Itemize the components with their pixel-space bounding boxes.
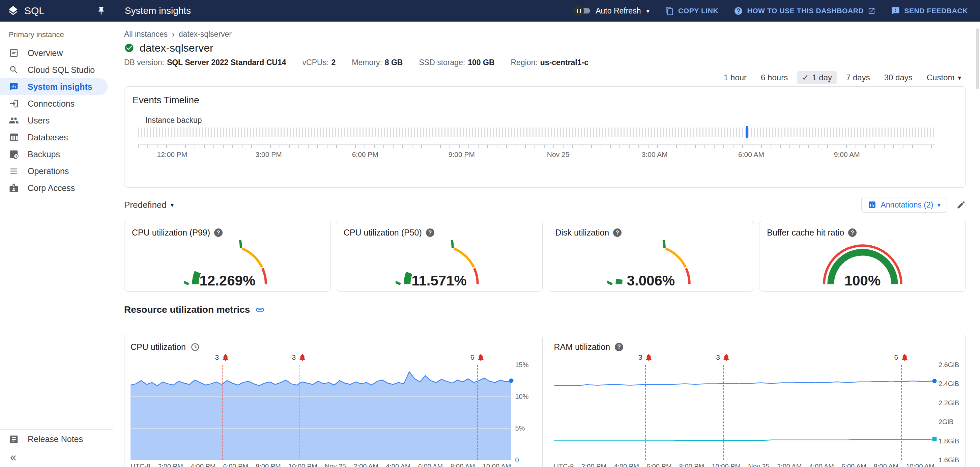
- bell-icon: [477, 353, 485, 362]
- axis-label: 3:00 AM: [642, 150, 668, 159]
- instance-meta-item: vCPUs:2: [302, 58, 336, 67]
- how-to-use-link[interactable]: HOW TO USE THIS DASHBOARD: [734, 6, 875, 16]
- gauge: 100%: [819, 240, 906, 290]
- auto-refresh-toggle[interactable]: [574, 8, 590, 13]
- databases-icon: [9, 132, 19, 142]
- gauge-grid: CPU utilization (P99)?12.269%CPU utiliza…: [124, 221, 966, 292]
- sidebar-item-overview[interactable]: Overview: [0, 45, 113, 61]
- sidebar: Primary instance OverviewCloud SQL Studi…: [0, 22, 113, 467]
- bell-icon: [900, 353, 908, 362]
- axis-label: Nov 25: [547, 150, 570, 159]
- alert-badge[interactable]: 3: [215, 353, 230, 362]
- chart-x-axis: UTC-82:00 PM4:00 PM6:00 PM8:00 PM10:00 P…: [130, 462, 511, 467]
- auto-refresh-control[interactable]: Auto Refresh ▾: [574, 6, 649, 16]
- overview-icon: [9, 48, 19, 58]
- alert-badge[interactable]: 3: [292, 353, 307, 362]
- x-axis-label: UTC-8: [130, 462, 150, 467]
- x-axis-label: 2:00 AM: [353, 462, 378, 467]
- sql-studio-icon: [9, 65, 19, 75]
- bell-icon: [722, 353, 730, 362]
- series-end-marker: [932, 379, 937, 383]
- sidebar-item-system-insights[interactable]: System insights: [0, 78, 108, 95]
- sidebar-item-connections[interactable]: Connections: [0, 95, 113, 112]
- gauge: 3.006%: [607, 240, 694, 290]
- sidebar-section-label: Primary instance: [0, 23, 113, 45]
- gauge-cpu-utilization-p99: CPU utilization (P99)?12.269%: [124, 221, 331, 292]
- backups-icon: [9, 149, 19, 159]
- bell-icon: [221, 353, 229, 362]
- time-range-7-days[interactable]: ✓7 days: [842, 71, 875, 84]
- time-range-30-days[interactable]: ✓30 days: [880, 71, 917, 84]
- sidebar-item-operations[interactable]: Operations: [0, 163, 113, 180]
- page-title: System insights: [113, 5, 191, 16]
- time-range-1-day[interactable]: ✓1 day: [797, 71, 837, 84]
- time-range-6-hours[interactable]: ✓6 hours: [756, 71, 792, 84]
- alert-badge[interactable]: 3: [638, 353, 653, 362]
- sidebar-item-users[interactable]: Users: [0, 112, 113, 129]
- pin-icon[interactable]: [97, 6, 106, 16]
- alert-badge[interactable]: 6: [894, 353, 908, 362]
- send-feedback-button[interactable]: SEND FEEDBACK: [891, 6, 968, 16]
- series-end-marker: [509, 379, 513, 383]
- sidebar-item-release-notes[interactable]: Release Notes: [0, 429, 113, 449]
- sidebar-item-corp-access[interactable]: Corp Access: [0, 180, 113, 196]
- help-icon[interactable]: ?: [615, 343, 623, 351]
- sidebar-item-databases[interactable]: Databases: [0, 129, 113, 146]
- release-notes-icon: [9, 434, 19, 445]
- time-range-custom[interactable]: Custom ▾: [922, 71, 966, 84]
- chevron-down-icon: ▾: [171, 202, 174, 208]
- sidebar-nav: OverviewCloud SQL StudioSystem insightsC…: [0, 45, 113, 196]
- events-axis-labels: 12:00 PM3:00 PM6:00 PM9:00 PMNov 253:00 …: [132, 150, 958, 159]
- chart-plot: 15%10%5%0: [130, 365, 511, 460]
- help-icon[interactable]: ?: [214, 228, 223, 237]
- sidebar-item-cloud-sql-studio[interactable]: Cloud SQL Studio: [0, 61, 113, 78]
- alert-marker-line: [477, 365, 478, 460]
- feedback-icon: [891, 6, 900, 16]
- y-axis-label: 2GiB: [939, 418, 953, 426]
- x-axis-label: 8:00 PM: [679, 462, 704, 467]
- check-icon: ✓: [802, 73, 809, 82]
- system-insights-icon: [9, 82, 19, 92]
- x-axis-label: 10:00 PM: [712, 462, 741, 467]
- help-icon[interactable]: ?: [613, 228, 622, 237]
- corp-access-icon: [9, 183, 19, 193]
- link-icon[interactable]: [255, 305, 265, 314]
- sidebar-item-label: Overview: [28, 48, 63, 58]
- x-axis-label: 10:00 AM: [906, 462, 934, 467]
- breadcrumb-current: datex-sqlserver: [179, 30, 232, 39]
- help-circle-icon: [734, 6, 743, 16]
- sidebar-item-backups[interactable]: Backups: [0, 146, 113, 163]
- x-axis-label: 2:00 PM: [581, 462, 606, 467]
- instance-meta-item: SSD storage:100 GB: [419, 58, 495, 67]
- history-icon[interactable]: [191, 343, 200, 352]
- backup-event-marker[interactable]: [746, 126, 748, 138]
- sidebar-item-label: Users: [28, 116, 49, 126]
- annotations-button[interactable]: Annotations (2) ▾: [861, 197, 947, 213]
- product-name: SQL: [24, 5, 45, 16]
- edit-dashboard-button[interactable]: [956, 200, 966, 210]
- x-axis-label: 6:00 AM: [842, 462, 866, 467]
- alert-badge[interactable]: 3: [716, 353, 730, 362]
- topbar: SQL System insights Auto Refresh ▾ COPY …: [0, 0, 980, 22]
- alert-badges-row: 336: [554, 352, 935, 365]
- sidebar-item-label: Corp Access: [28, 183, 75, 193]
- collapse-sidebar-button[interactable]: [0, 449, 113, 467]
- predefined-dropdown[interactable]: Predefined ▾: [124, 200, 174, 210]
- breadcrumb: All instances › datex-sqlserver: [124, 30, 966, 38]
- help-icon[interactable]: ?: [426, 228, 434, 237]
- axis-label: 3:00 PM: [255, 150, 282, 159]
- sidebar-item-label: Connections: [28, 99, 75, 108]
- scrollbar-thumb[interactable]: [976, 28, 979, 89]
- gauge-title: CPU utilization (P99): [132, 228, 210, 237]
- copy-link-button[interactable]: COPY LINK: [665, 6, 718, 16]
- breadcrumb-all-instances[interactable]: All instances: [124, 30, 168, 39]
- alert-badge[interactable]: 6: [471, 353, 485, 362]
- help-icon[interactable]: ?: [848, 228, 857, 237]
- chevron-right-icon: ›: [172, 29, 175, 40]
- x-axis-label: 6:00 AM: [418, 462, 443, 467]
- users-icon: [9, 115, 19, 126]
- instance-meta-item: DB version:SQL Server 2022 Standard CU14: [124, 58, 286, 67]
- gauge-title: Buffer cache hit ratio: [767, 228, 844, 237]
- page-scrollbar[interactable]: [975, 22, 980, 467]
- time-range-1-hour[interactable]: ✓1 hour: [719, 71, 751, 84]
